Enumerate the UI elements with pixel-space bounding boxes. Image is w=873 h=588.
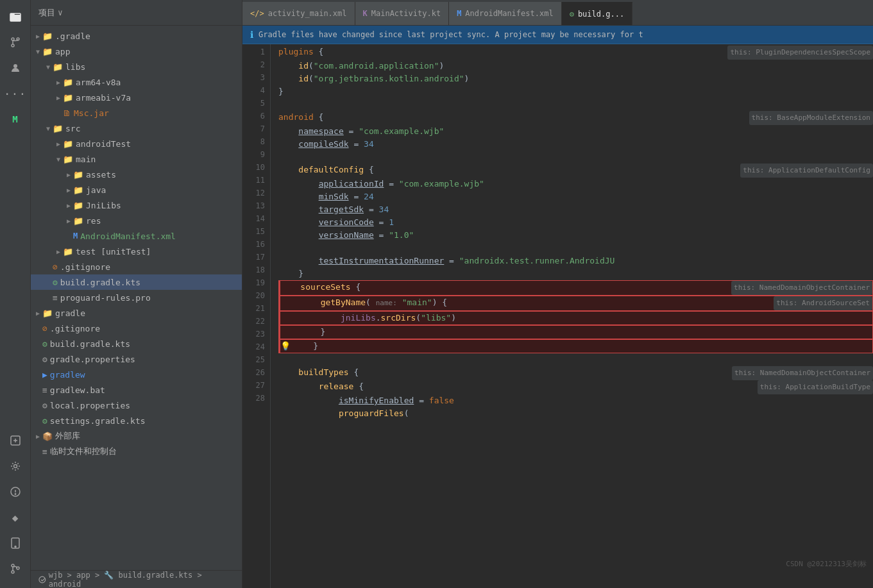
tree-item-app[interactable]: ▼📁app	[31, 44, 242, 59]
svg-point-13	[15, 546, 16, 548]
line-num-2: 2	[242, 58, 265, 71]
line-num-5: 5	[242, 97, 265, 110]
tree-arrow: ▶	[33, 33, 42, 40]
param-hint: name:	[376, 299, 397, 307]
line-content-1: plugins {	[278, 46, 724, 58]
tree-item-src[interactable]: ▼📁src	[31, 121, 242, 136]
more-icon[interactable]: ···	[4, 82, 27, 105]
line-content-21: jniLibs.srcDirs("libs")	[280, 312, 872, 324]
tree-label: 外部库	[55, 430, 80, 442]
tree-item-jnilibs[interactable]: ▶📁JniLibs	[31, 197, 242, 213]
panel-arrow: ∨	[58, 8, 63, 17]
tree-item-proguard[interactable]: ≡proguard-rules.pro	[31, 290, 242, 305]
warning-icon[interactable]	[4, 480, 27, 503]
code-line-8: compileSdk = 34	[278, 138, 873, 151]
tree-label: gradlew.bat	[50, 385, 105, 395]
line-num-4: 4	[242, 84, 265, 97]
tree-item-gradle-folder[interactable]: ▶📁gradle	[31, 305, 242, 321]
tab-label: MainActivity.kt	[371, 9, 441, 18]
code-line-9	[278, 151, 873, 164]
tree-label: armeabi-v7a	[76, 93, 131, 103]
tree-item-scratch[interactable]: ≡临时文件和控制台	[31, 444, 242, 459]
tree-item-external-libs[interactable]: ▶📦外部库	[31, 428, 242, 444]
svg-point-4	[12, 44, 14, 47]
tree-item-assets[interactable]: ▶📁assets	[31, 167, 242, 182]
folder-icon: 📁	[63, 155, 73, 164]
tree-item-gradlew-bat[interactable]: ≡gradlew.bat	[31, 382, 242, 398]
code-line-15: versionName = "1.0"	[278, 229, 873, 242]
line-num-23: 23	[242, 328, 265, 340]
line-content-14: versionCode = 1	[278, 216, 873, 229]
tree-item-local-props[interactable]: ⚙local.properties	[31, 398, 242, 413]
kotlin-tab-icon: K	[363, 9, 368, 18]
tree-item-gradle-root[interactable]: ▶📁.gradle	[31, 28, 242, 44]
tab-main[interactable]: KMainActivity.kt	[355, 2, 450, 25]
git-icon[interactable]	[4, 31, 27, 54]
line-content-7: namespace = "com.example.wjb"	[278, 125, 873, 138]
tree-item-settings-gradle[interactable]: ⚙settings.gradle.kts	[31, 413, 242, 428]
code-editor[interactable]: 1234567891011121314151617181920212223242…	[242, 44, 873, 588]
manifest-icon: M	[73, 231, 78, 240]
tree-item-androidtest[interactable]: ▶📁androidTest	[31, 136, 242, 151]
code-line-5	[278, 98, 873, 111]
tree-item-gradle-props[interactable]: ⚙gradle.properties	[31, 351, 242, 367]
tree-item-manifest-main[interactable]: MAndroidManifest.xml	[31, 228, 242, 244]
tree-arrow: ▶	[54, 140, 63, 147]
android-icon[interactable]: M	[4, 108, 27, 131]
fn: proguardFiles	[339, 408, 404, 418]
tree-item-java[interactable]: ▶📁java	[31, 182, 242, 197]
tree-label: java	[86, 185, 106, 195]
tree-item-res[interactable]: ▶📁res	[31, 213, 242, 228]
tree-label: .gitignore	[50, 324, 100, 333]
build-icon[interactable]	[4, 429, 27, 452]
device-icon[interactable]	[4, 532, 27, 555]
folder-icon[interactable]	[4, 5, 27, 28]
tree-item-arm64[interactable]: ▶📁arm64-v8a	[31, 74, 242, 90]
folder-icon: 📁	[63, 139, 73, 149]
line-num-21: 21	[242, 302, 265, 315]
line-content-4: }	[278, 85, 873, 98]
tab-manifest[interactable]: MAndroidManifest.xml	[449, 2, 562, 25]
git-branch-icon[interactable]	[4, 557, 27, 580]
tree-arrow: ▼	[54, 156, 63, 163]
code-line-27: isMinifyEnabled = false	[278, 394, 873, 407]
tree-item-gitignore-root[interactable]: ⊘.gitignore	[31, 321, 242, 336]
tree-item-libs[interactable]: ▼📁libs	[31, 59, 242, 74]
prop: isMinifyEnabled	[339, 396, 414, 405]
tree-item-gitignore-app[interactable]: ⊘.gitignore	[31, 259, 242, 274]
tree-label: gradle.properties	[50, 355, 135, 364]
breadcrumb-icon	[38, 576, 46, 584]
line-content-19: sourceSets {	[280, 281, 727, 294]
line-num-10: 10	[242, 161, 265, 174]
num: 1	[389, 217, 394, 227]
tab-build[interactable]: ⚙build.g...	[562, 2, 632, 25]
jar-icon: 🗎	[63, 108, 71, 118]
tree-item-gradlew[interactable]: ▶gradlew	[31, 367, 242, 382]
diamond-icon[interactable]: ◆	[4, 506, 27, 529]
tree-item-main[interactable]: ▼📁main	[31, 151, 242, 167]
folder-icon: 📁	[42, 308, 53, 318]
tree-label: src	[65, 124, 80, 133]
code-line-17: testInstrumentationRunner = "androidx.te…	[278, 255, 873, 267]
exec-icon: ▶	[42, 370, 47, 380]
line-content-6: android {	[278, 111, 745, 124]
tree-item-msc[interactable]: 🗎Msc.jar	[31, 105, 242, 121]
kw: plugins	[278, 47, 314, 56]
tree-item-build-gradle-root[interactable]: ⚙build.gradle.kts	[31, 336, 242, 351]
prop: minSdk	[319, 192, 349, 201]
gear-icon[interactable]	[4, 455, 27, 478]
line-content-3: id("org.jetbrains.kotlin.android")	[278, 72, 873, 85]
tree-item-armeabi[interactable]: ▶📁armeabi-v7a	[31, 90, 242, 105]
user-icon[interactable]	[4, 56, 27, 80]
svg-point-8	[13, 465, 17, 468]
panel-header: 项目 ∨	[31, 0, 242, 26]
type-hint-20: this: AndroidSourceSet	[774, 296, 872, 310]
gitignore-icon: ⊘	[42, 324, 47, 333]
code-content[interactable]: plugins { this: PluginDependenciesSpecSc…	[271, 44, 873, 588]
tab-activity[interactable]: </>activity_main.xml	[242, 2, 355, 25]
line-num-24: 24	[242, 340, 265, 353]
tree-item-test[interactable]: ▶📁test [unitTest]	[31, 244, 242, 259]
tree-item-build-gradle-app[interactable]: ⚙build.gradle.kts	[31, 274, 242, 290]
prop: applicationId	[319, 179, 384, 189]
line-num-1: 1	[242, 46, 265, 58]
